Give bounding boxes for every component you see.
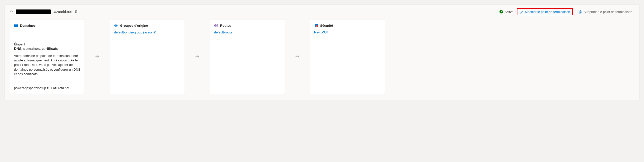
security-card: Sécurité NewWAF bbox=[310, 19, 385, 94]
svg-point-13 bbox=[116, 25, 117, 26]
endpoint-suffix: .azurefd.net bbox=[53, 10, 72, 14]
delete-endpoint-button[interactable]: Supprimer le point de terminaison bbox=[576, 9, 634, 15]
origin-groups-card-header: Groupes d'origine bbox=[114, 23, 181, 27]
arrow-right-icon bbox=[95, 54, 100, 59]
edit-endpoint-button[interactable]: Modifier le point de terminaison bbox=[517, 8, 573, 15]
header-actions: Activé Modifier le point de terminaison … bbox=[499, 8, 634, 15]
domains-step-title: DNS, domaines, certificats bbox=[14, 47, 81, 51]
redacted-endpoint-name bbox=[16, 9, 51, 14]
flow-arrow-3 bbox=[285, 19, 310, 94]
routes-icon bbox=[214, 23, 218, 27]
security-icon bbox=[314, 23, 318, 27]
domains-default-domain: powerappsportalsetup.z01.azurefd.net bbox=[14, 83, 81, 90]
svg-rect-10 bbox=[14, 24, 18, 25]
chevron-up-icon bbox=[10, 10, 13, 13]
svg-rect-1 bbox=[75, 10, 77, 12]
collapse-toggle[interactable] bbox=[10, 10, 13, 14]
domains-description: Votre domaine de point de terminaison a … bbox=[14, 54, 81, 76]
origin-groups-title: Groupes d'origine bbox=[120, 24, 148, 27]
copy-button[interactable] bbox=[74, 10, 78, 13]
routes-card: Routes default-route bbox=[210, 19, 285, 94]
svg-rect-20 bbox=[317, 26, 317, 27]
delete-label: Supprimer le point de terminaison bbox=[584, 10, 632, 14]
origin-groups-card: Groupes d'origine default-origin-group (… bbox=[110, 19, 185, 94]
domains-icon bbox=[14, 23, 18, 27]
configuration-flow: Domaines Étape 1 DNS, domaines, certific… bbox=[10, 19, 634, 94]
origin-group-icon bbox=[114, 23, 118, 27]
header-left: .azurefd.net bbox=[10, 9, 78, 14]
domains-card-header: Domaines bbox=[14, 23, 81, 27]
endpoint-panel: .azurefd.net Activé bbox=[5, 4, 639, 100]
security-card-header: Sécurité bbox=[314, 23, 381, 27]
arrow-right-icon bbox=[295, 54, 300, 59]
check-circle-icon bbox=[499, 10, 503, 14]
svg-rect-4 bbox=[579, 11, 581, 13]
domains-card: Domaines Étape 1 DNS, domaines, certific… bbox=[10, 19, 85, 94]
route-link[interactable]: default-route bbox=[214, 30, 281, 34]
edit-label: Modifier le point de terminaison bbox=[525, 10, 570, 14]
edit-icon bbox=[519, 10, 523, 14]
trash-icon bbox=[578, 10, 582, 14]
domains-step-label: Étape 1 bbox=[14, 42, 81, 46]
flow-arrow-1 bbox=[85, 19, 110, 94]
status-label: Activé bbox=[505, 10, 513, 14]
domains-title: Domaines bbox=[20, 24, 36, 27]
endpoint-status: Activé bbox=[499, 10, 513, 14]
waf-policy-link[interactable]: NewWAF bbox=[314, 30, 381, 34]
security-title: Sécurité bbox=[320, 24, 333, 27]
routes-card-header: Routes bbox=[214, 23, 281, 27]
svg-rect-0 bbox=[75, 11, 77, 13]
flow-arrow-2 bbox=[185, 19, 210, 94]
arrow-right-icon bbox=[195, 54, 200, 59]
routes-title: Routes bbox=[220, 24, 231, 27]
endpoint-header: .azurefd.net Activé bbox=[10, 8, 634, 15]
origin-group-link[interactable]: default-origin-group (associé) bbox=[114, 30, 181, 34]
copy-icon bbox=[74, 10, 78, 13]
